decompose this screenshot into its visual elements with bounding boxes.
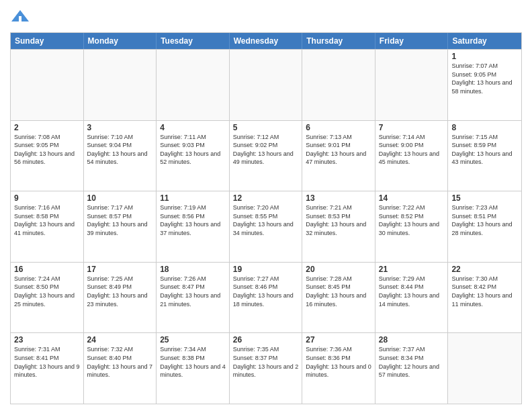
calendar-cell-1-4: 6Sunrise: 7:13 AM Sunset: 9:01 PM Daylig… (302, 121, 375, 191)
day-info: Sunrise: 7:16 AM Sunset: 8:58 PM Dayligh… (14, 203, 80, 237)
calendar-cell-2-6: 15Sunrise: 7:23 AM Sunset: 8:51 PM Dayli… (448, 191, 521, 262)
calendar-cell-4-4: 27Sunrise: 7:36 AM Sunset: 8:36 PM Dayli… (302, 333, 375, 404)
calendar-cell-2-5: 14Sunrise: 7:22 AM Sunset: 8:52 PM Dayli… (375, 191, 449, 262)
calendar-cell-1-2: 4Sunrise: 7:11 AM Sunset: 9:03 PM Daylig… (157, 121, 230, 191)
day-info: Sunrise: 7:21 AM Sunset: 8:53 PM Dayligh… (306, 203, 371, 237)
day-info: Sunrise: 7:22 AM Sunset: 8:52 PM Dayligh… (379, 203, 445, 237)
weekday-header-sunday: Sunday (11, 33, 84, 49)
calendar-cell-4-6 (448, 333, 521, 404)
weekday-header-friday: Friday (375, 33, 449, 49)
calendar-cell-4-1: 24Sunrise: 7:32 AM Sunset: 8:40 PM Dayli… (84, 333, 157, 404)
calendar-cell-3-1: 17Sunrise: 7:25 AM Sunset: 8:49 PM Dayli… (84, 263, 157, 333)
day-info: Sunrise: 7:30 AM Sunset: 8:42 PM Dayligh… (451, 275, 518, 308)
calendar-row-1: 2Sunrise: 7:08 AM Sunset: 9:05 PM Daylig… (11, 120, 521, 191)
day-number: 3 (87, 123, 153, 132)
day-info: Sunrise: 7:25 AM Sunset: 8:49 PM Dayligh… (87, 275, 153, 308)
day-info: Sunrise: 7:35 AM Sunset: 8:37 PM Dayligh… (233, 345, 299, 379)
calendar-body: 1Sunrise: 7:07 AM Sunset: 9:05 PM Daylig… (11, 49, 521, 404)
day-number: 15 (451, 193, 518, 203)
calendar-cell-2-2: 11Sunrise: 7:19 AM Sunset: 8:56 PM Dayli… (157, 191, 230, 262)
day-info: Sunrise: 7:26 AM Sunset: 8:47 PM Dayligh… (160, 275, 226, 308)
day-info: Sunrise: 7:23 AM Sunset: 8:51 PM Dayligh… (451, 203, 518, 237)
day-info: Sunrise: 7:20 AM Sunset: 8:55 PM Dayligh… (233, 203, 299, 237)
logo (10, 7, 33, 27)
calendar-cell-3-3: 19Sunrise: 7:27 AM Sunset: 8:46 PM Dayli… (230, 263, 303, 333)
day-info: Sunrise: 7:14 AM Sunset: 9:00 PM Dayligh… (379, 133, 445, 167)
day-info: Sunrise: 7:28 AM Sunset: 8:45 PM Dayligh… (306, 275, 371, 308)
day-info: Sunrise: 7:13 AM Sunset: 9:01 PM Dayligh… (306, 133, 371, 167)
day-number: 11 (160, 193, 226, 203)
day-info: Sunrise: 7:31 AM Sunset: 8:41 PM Dayligh… (14, 345, 80, 379)
day-info: Sunrise: 7:17 AM Sunset: 8:57 PM Dayligh… (87, 203, 153, 237)
day-info: Sunrise: 7:36 AM Sunset: 8:36 PM Dayligh… (306, 345, 371, 379)
day-info: Sunrise: 7:11 AM Sunset: 9:03 PM Dayligh… (160, 133, 226, 167)
day-number: 19 (233, 265, 299, 274)
day-info: Sunrise: 7:08 AM Sunset: 9:05 PM Dayligh… (14, 133, 80, 167)
day-info: Sunrise: 7:29 AM Sunset: 8:44 PM Dayligh… (379, 275, 445, 308)
calendar-header: SundayMondayTuesdayWednesdayThursdayFrid… (11, 33, 521, 49)
day-number: 23 (14, 335, 80, 345)
day-info: Sunrise: 7:10 AM Sunset: 9:04 PM Dayligh… (87, 133, 153, 167)
calendar-cell-1-5: 7Sunrise: 7:14 AM Sunset: 9:00 PM Daylig… (375, 121, 449, 191)
day-number: 9 (14, 193, 80, 203)
calendar-cell-4-2: 25Sunrise: 7:34 AM Sunset: 8:38 PM Dayli… (157, 333, 230, 404)
day-number: 14 (379, 193, 445, 203)
day-number: 24 (87, 335, 153, 345)
day-number: 21 (379, 265, 445, 274)
calendar-cell-2-4: 13Sunrise: 7:21 AM Sunset: 8:53 PM Dayli… (302, 191, 375, 262)
day-number: 5 (233, 123, 299, 132)
weekday-header-tuesday: Tuesday (157, 33, 230, 49)
day-info: Sunrise: 7:07 AM Sunset: 9:05 PM Dayligh… (451, 62, 518, 95)
calendar-cell-4-0: 23Sunrise: 7:31 AM Sunset: 8:41 PM Dayli… (11, 333, 84, 404)
day-info: Sunrise: 7:19 AM Sunset: 8:56 PM Dayligh… (160, 203, 226, 237)
day-number: 8 (451, 123, 518, 132)
day-number: 7 (379, 123, 445, 132)
day-number: 17 (87, 265, 153, 274)
calendar-row-4: 23Sunrise: 7:31 AM Sunset: 8:41 PM Dayli… (11, 332, 521, 404)
day-info: Sunrise: 7:32 AM Sunset: 8:40 PM Dayligh… (87, 345, 153, 379)
calendar-cell-1-0: 2Sunrise: 7:08 AM Sunset: 9:05 PM Daylig… (11, 121, 84, 191)
page: SundayMondayTuesdayWednesdayThursdayFrid… (0, 0, 532, 411)
day-info: Sunrise: 7:15 AM Sunset: 8:59 PM Dayligh… (451, 133, 518, 167)
calendar-cell-2-1: 10Sunrise: 7:17 AM Sunset: 8:57 PM Dayli… (84, 191, 157, 262)
day-number: 6 (306, 123, 371, 132)
logo-icon (10, 7, 30, 27)
calendar-cell-0-1 (84, 50, 157, 120)
day-number: 26 (233, 335, 299, 345)
day-number: 10 (87, 193, 153, 203)
day-number: 13 (306, 193, 371, 203)
header (10, 7, 522, 27)
day-number: 22 (451, 265, 518, 274)
calendar-cell-2-3: 12Sunrise: 7:20 AM Sunset: 8:55 PM Dayli… (230, 191, 303, 262)
calendar-cell-3-0: 16Sunrise: 7:24 AM Sunset: 8:50 PM Dayli… (11, 263, 84, 333)
calendar-cell-0-5 (375, 50, 449, 120)
day-info: Sunrise: 7:27 AM Sunset: 8:46 PM Dayligh… (233, 275, 299, 308)
day-number: 1 (451, 52, 518, 61)
weekday-header-monday: Monday (84, 33, 157, 49)
day-number: 25 (160, 335, 226, 345)
calendar-cell-0-0 (11, 50, 84, 120)
day-number: 2 (14, 123, 80, 132)
calendar-row-2: 9Sunrise: 7:16 AM Sunset: 8:58 PM Daylig… (11, 191, 521, 262)
day-number: 16 (14, 265, 80, 274)
day-number: 12 (233, 193, 299, 203)
calendar-cell-1-6: 8Sunrise: 7:15 AM Sunset: 8:59 PM Daylig… (448, 121, 521, 191)
calendar: SundayMondayTuesdayWednesdayThursdayFrid… (10, 32, 522, 404)
calendar-cell-3-6: 22Sunrise: 7:30 AM Sunset: 8:42 PM Dayli… (448, 263, 521, 333)
calendar-cell-4-3: 26Sunrise: 7:35 AM Sunset: 8:37 PM Dayli… (230, 333, 303, 404)
calendar-cell-0-6: 1Sunrise: 7:07 AM Sunset: 9:05 PM Daylig… (448, 50, 521, 120)
calendar-cell-3-4: 20Sunrise: 7:28 AM Sunset: 8:45 PM Dayli… (302, 263, 375, 333)
weekday-header-thursday: Thursday (302, 33, 375, 49)
day-number: 20 (306, 265, 371, 274)
day-number: 28 (379, 335, 445, 345)
svg-rect-1 (19, 16, 21, 21)
calendar-cell-0-3 (230, 50, 303, 120)
calendar-cell-1-3: 5Sunrise: 7:12 AM Sunset: 9:02 PM Daylig… (230, 121, 303, 191)
calendar-row-0: 1Sunrise: 7:07 AM Sunset: 9:05 PM Daylig… (11, 49, 521, 120)
calendar-row-3: 16Sunrise: 7:24 AM Sunset: 8:50 PM Dayli… (11, 262, 521, 333)
day-info: Sunrise: 7:24 AM Sunset: 8:50 PM Dayligh… (14, 275, 80, 308)
calendar-cell-2-0: 9Sunrise: 7:16 AM Sunset: 8:58 PM Daylig… (11, 191, 84, 262)
calendar-cell-0-4 (302, 50, 375, 120)
weekday-header-saturday: Saturday (448, 33, 521, 49)
calendar-cell-0-2 (157, 50, 230, 120)
